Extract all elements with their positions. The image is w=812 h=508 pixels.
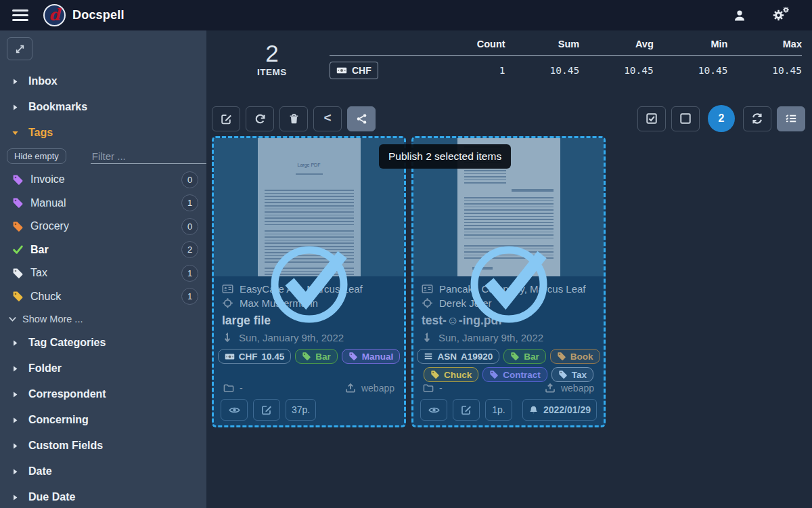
merge-button[interactable]: < (313, 106, 342, 131)
address-card-icon (222, 283, 233, 295)
sidebar-item-inbox[interactable]: Inbox (0, 68, 206, 94)
edit-item-button[interactable] (253, 399, 280, 421)
sidebar-item-date[interactable]: Date (0, 459, 206, 484)
tag-item-chuck[interactable]: Chuck 1 (0, 285, 206, 309)
merge-icon: < (323, 110, 331, 125)
tag-badge[interactable]: Manual (342, 349, 401, 364)
delete-button[interactable] (279, 106, 308, 131)
publish-button[interactable] (347, 106, 376, 131)
sidebar-item-custom-fields[interactable]: Custom Fields (0, 433, 206, 459)
tag-badge[interactable]: Bar (503, 349, 546, 364)
list-view-icon (785, 112, 797, 125)
app-title: Docspell (72, 8, 125, 22)
tag-filter-input[interactable] (92, 150, 206, 162)
sidebar-item-due-date[interactable]: Due Date (0, 484, 206, 508)
date-icon (222, 333, 233, 343)
stats-header-min: Min (654, 39, 728, 49)
tag-badge[interactable]: Book (550, 349, 600, 364)
concerning-line: Max Mustermann (222, 297, 396, 309)
select-all-button[interactable] (637, 106, 666, 131)
source-line: webapp (345, 383, 394, 394)
deselect-all-button[interactable] (671, 106, 700, 131)
stats-header-max: Max (727, 39, 802, 49)
sidebar-item-correspondent[interactable]: Correspondent (0, 381, 206, 407)
checkbox-checked-icon (646, 112, 658, 125)
item-title[interactable]: test-☺-ing.pdf (422, 314, 595, 328)
item-card-large-file[interactable]: Large PDF EasyCare AG, Marcus (212, 136, 406, 427)
tag-badge[interactable]: Contract (482, 367, 547, 382)
caret-right-icon (11, 416, 28, 425)
tag-item-bar[interactable]: Bar 2 (0, 238, 206, 262)
tag-item-grocery[interactable]: Grocery 0 (0, 215, 206, 238)
tag-icon (558, 370, 568, 379)
concerning-line: Derek Jeter (422, 297, 595, 309)
eye-icon (229, 404, 240, 416)
trash-icon (288, 113, 300, 125)
expand-sidebar-button[interactable] (7, 37, 32, 60)
edit-selected-button[interactable] (212, 106, 240, 131)
edit-icon (221, 113, 232, 125)
share-icon (356, 113, 367, 125)
asn-badge[interactable]: ASN A19920 (417, 349, 499, 364)
edit-icon (261, 404, 272, 415)
item-date-line: Sun, January 9th, 2022 (222, 332, 396, 343)
caret-right-icon (11, 442, 28, 450)
edit-item-button[interactable] (453, 399, 480, 421)
tag-icon (302, 352, 311, 361)
user-icon[interactable] (733, 9, 746, 22)
caret-right-icon (11, 339, 28, 347)
money-icon (225, 352, 235, 362)
eye-icon (428, 404, 440, 416)
preview-button[interactable] (221, 399, 248, 421)
tag-icon (510, 352, 520, 361)
gears-icon[interactable] (772, 9, 785, 22)
item-card-test-ing[interactable]: Pancake Company, Marcus Leaf Derek Jeter… (411, 136, 606, 427)
tag-item-tax[interactable]: Tax 1 (0, 261, 206, 285)
items-count: 2 ITEMS (248, 41, 296, 77)
sidebar-item-tag-categories[interactable]: Tag Categories (0, 330, 206, 356)
money-icon (336, 65, 347, 76)
chevron-down-icon (8, 315, 17, 324)
tag-badge[interactable]: Bar (295, 349, 338, 364)
folder-line: - (223, 383, 243, 394)
upload-icon (345, 383, 356, 394)
menu-icon[interactable] (12, 9, 28, 21)
source-line: webapp (545, 383, 594, 394)
amount-badge[interactable]: CHF 10.45 (218, 349, 292, 364)
caret-right-icon (11, 77, 28, 86)
page-count-badge: 37p. (286, 399, 316, 421)
tag-count-badge: 1 (181, 288, 198, 305)
tag-badge[interactable]: Chuck (424, 367, 478, 382)
caret-right-icon (11, 364, 28, 373)
date-icon (422, 333, 432, 343)
tag-icon (12, 197, 24, 209)
docspell-logo[interactable]: d (43, 4, 66, 26)
expand-icon (14, 43, 26, 55)
tag-item-invoice[interactable]: Invoice 0 (0, 168, 206, 192)
tag-badge[interactable]: Tax (551, 367, 593, 382)
tag-icon (557, 352, 566, 361)
show-more-link[interactable]: Show More ... (0, 308, 206, 330)
sidebar-item-concerning[interactable]: Concerning (0, 407, 206, 433)
reprocess-button[interactable] (246, 106, 274, 131)
document-thumbnail: Large PDF (214, 138, 404, 276)
sidebar-item-tags[interactable]: Tags (0, 120, 206, 146)
tag-item-manual[interactable]: Manual 1 (0, 192, 206, 215)
hide-empty-button[interactable]: Hide empty (7, 148, 66, 164)
currency-badge: CHF (330, 62, 378, 79)
invert-selection-button[interactable] (743, 106, 771, 131)
publish-tooltip: Publish 2 selected items (379, 144, 511, 169)
due-date-badge: 2022/01/29 (522, 399, 597, 421)
folder-icon (423, 383, 434, 394)
list-view-button[interactable] (777, 106, 805, 131)
correspondent-line: EasyCare AG, Marcus Leaf (222, 283, 396, 295)
item-title[interactable]: large file (222, 314, 396, 328)
page-count-badge: 1p. (485, 399, 512, 421)
sidebar-item-bookmarks[interactable]: Bookmarks (0, 94, 206, 120)
preview-button[interactable] (420, 399, 447, 421)
stats-row: CHF 1 10.45 10.45 10.45 10.45 (330, 56, 802, 79)
sidebar-item-folder[interactable]: Folder (0, 356, 206, 381)
folder-line: - (423, 383, 443, 394)
correspondent-line: Pancake Company, Marcus Leaf (422, 283, 595, 295)
bell-icon (528, 405, 539, 415)
